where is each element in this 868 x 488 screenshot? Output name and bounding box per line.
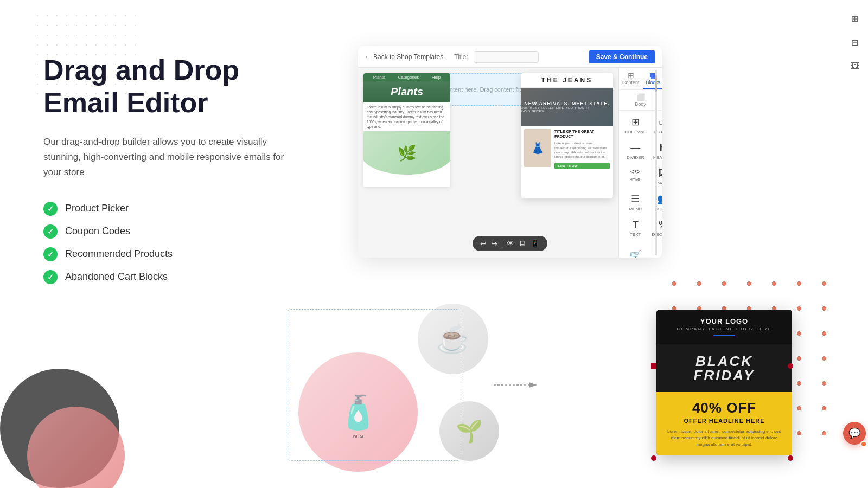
- editor-canvas[interactable]: No content here. Drag content from right…: [358, 68, 618, 258]
- hero-section: Drag and Drop Email Editor Our drag-and-…: [43, 54, 347, 284]
- email-editor: ← Back to Shop Templates Title: Save & C…: [358, 46, 662, 258]
- plants-title: Plants: [368, 86, 446, 98]
- bf-description: Lorem ipsum dolor sit amet, consectetur …: [664, 428, 784, 448]
- columns-block[interactable]: ⊞ COLUMNS: [621, 113, 649, 138]
- hero-subtext: Our drag-and-drop builder allows you to …: [43, 134, 304, 180]
- bf-title: BLACK FRIDAY: [664, 354, 784, 382]
- plants-template-card: Plants Categories Help Plants Lorem ipsu…: [363, 73, 450, 187]
- button-icon: ▭: [659, 116, 662, 128]
- far-right-sidebar: ⊞ ⊟ 🖼 💬: [841, 0, 868, 488]
- tab-content[interactable]: ⊞ Content: [619, 68, 643, 89]
- dashed-selection-box: [288, 309, 461, 461]
- bf-logo-bar: [713, 335, 735, 336]
- main-heading: Drag and Drop Email Editor: [43, 54, 347, 119]
- back-link[interactable]: ← Back to Shop Templates: [365, 53, 443, 61]
- columns-icon: ⊞: [631, 116, 640, 128]
- list-item: Recommended Products: [43, 247, 347, 261]
- redo-icon[interactable]: ↪: [491, 239, 497, 248]
- check-icon-4: [43, 270, 58, 284]
- preview-icon[interactable]: 👁: [507, 239, 514, 248]
- menu-icon: ☰: [631, 193, 640, 205]
- sidebar-icon-2[interactable]: ⊟: [845, 33, 865, 52]
- editor-topbar: ← Back to Shop Templates Title: Save & C…: [358, 46, 662, 68]
- desktop-icon[interactable]: 🖥: [519, 239, 526, 248]
- shop-now-button[interactable]: SHOP NOW: [554, 163, 610, 169]
- bf-logo-text: YOUR LOGO: [664, 317, 784, 325]
- recommend-block[interactable]: 🛒 RECOMME...: [621, 246, 649, 258]
- plants-body-text: Lorem ipsum is simply dummy text of the …: [363, 102, 450, 131]
- editor-toolbar: ↩ ↪ 👁 🖥 📱: [473, 236, 547, 251]
- list-item: Product Picker: [43, 202, 347, 216]
- heading-icon: H: [660, 142, 662, 153]
- products-section: 🧴 OUAI ☕ 🌱: [288, 298, 505, 472]
- editor-body: No content here. Drag content from right…: [358, 68, 662, 258]
- mobile-icon[interactable]: 📱: [531, 239, 540, 248]
- bf-yellow-area: 40% OFF OFFER HEADLINE HERE Lorem ipsum …: [656, 392, 792, 455]
- jeans-header: THE JEANS: [521, 73, 613, 88]
- black-friday-card: YOUR LOGO COMPANY TAGLINE GOES HERE BLAC…: [656, 310, 792, 455]
- corner-dot-tl: [651, 363, 656, 369]
- menu-block[interactable]: ☰ MENU: [621, 190, 649, 215]
- feature-list: Product Picker Coupon Codes Recommended …: [43, 202, 347, 284]
- sidebar-icon-1[interactable]: ⊞: [845, 9, 865, 28]
- sidebar-icon-3[interactable]: 🖼: [845, 56, 865, 76]
- jeans-product-image: 👗: [524, 129, 551, 167]
- notification-dot: [860, 441, 867, 447]
- blocks-icon: ▦: [646, 71, 661, 80]
- text-icon: T: [633, 219, 639, 230]
- recommend-icon: 🛒: [629, 249, 641, 258]
- html-block[interactable]: </> HTML: [621, 164, 649, 189]
- html-icon: </>: [630, 168, 641, 176]
- title-input[interactable]: [474, 51, 539, 63]
- content-icon: ⊞: [622, 71, 640, 80]
- check-icon-1: [43, 202, 58, 216]
- plants-image: 🌿: [363, 131, 450, 175]
- divider-block[interactable]: — DIVIDER: [621, 139, 649, 163]
- bf-logo-area: YOUR LOGO COMPANY TAGLINE GOES HERE: [656, 310, 792, 344]
- jeans-template-card: THE JEANS NEW ARRIVALS. MEET STYLE. OUR …: [521, 73, 613, 198]
- image-icon: 🖼: [658, 168, 662, 179]
- social-icon: 👥: [657, 193, 662, 205]
- save-continue-button[interactable]: Save & Continue: [589, 50, 655, 63]
- title-label: Title:: [454, 53, 468, 61]
- bf-offer-headline: OFFER HEADLINE HERE: [664, 418, 784, 424]
- undo-icon[interactable]: ↩: [480, 239, 487, 248]
- jeans-hero-image: NEW ARRIVALS. MEET STYLE. OUR BEST SELLE…: [521, 88, 613, 126]
- jeans-product-section: 👗 TITLE OF THE GREAT PRODUCT Lorem ipsum…: [521, 126, 613, 172]
- corner-dot-tr: [788, 363, 793, 369]
- list-item: Abandoned Cart Blocks: [43, 270, 347, 284]
- corner-dot-br: [788, 455, 793, 461]
- svg-marker-1: [529, 382, 537, 388]
- check-icon-3: [43, 247, 58, 261]
- divider-icon: —: [630, 142, 640, 153]
- text-block[interactable]: T TEXT: [621, 216, 649, 245]
- connection-arrow: [494, 380, 537, 390]
- discount-icon: %: [659, 219, 662, 230]
- bf-logo-sub: COMPANY TAGLINE GOES HERE: [664, 326, 784, 331]
- tab-blocks[interactable]: ▦ Blocks: [643, 68, 662, 89]
- bf-title-area: BLACK FRIDAY: [656, 344, 792, 392]
- scroll-indicator[interactable]: [654, 68, 658, 258]
- check-icon-2: [43, 224, 58, 239]
- bf-discount-text: 40% OFF: [664, 400, 784, 416]
- list-item: Coupon Codes: [43, 224, 347, 239]
- chat-icon: 💬: [848, 427, 860, 439]
- corner-dot-bl: [651, 455, 656, 461]
